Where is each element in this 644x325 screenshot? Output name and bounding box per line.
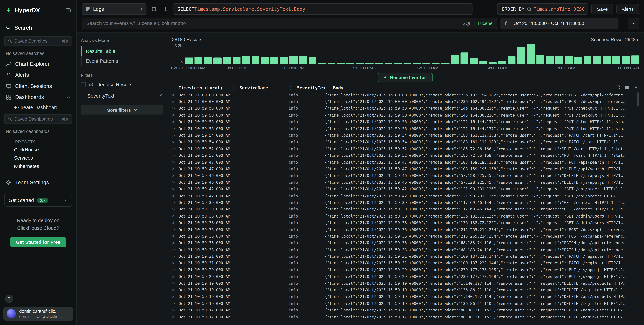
order-by-input[interactable]: ORDER BY TimestampTime DESC xyxy=(497,3,588,15)
sidebar-item-clickhouse[interactable]: ClickHouse xyxy=(0,146,76,154)
table-row[interactable]: >Oct 21 11:00:00.000 AMinfo{"time_local"… xyxy=(171,98,639,105)
row-expand-icon[interactable]: > xyxy=(171,120,178,124)
get-started-dropdown[interactable]: Get Started 3/3 xyxy=(4,194,72,207)
table-row[interactable]: >Oct 21 10:59:17.000 AMinfo{"time_local"… xyxy=(171,307,639,314)
pin-icon[interactable] xyxy=(158,94,163,98)
table-scrollbar[interactable] xyxy=(637,92,639,106)
table-row[interactable]: >Oct 21 10:59:36.000 AMinfo{"time_local"… xyxy=(171,233,639,240)
table-row[interactable]: >Oct 21 10:59:47.000 AMinfo{"time_local"… xyxy=(171,159,639,166)
row-expand-icon[interactable]: > xyxy=(171,207,178,211)
alerts-button[interactable]: Alerts xyxy=(616,4,639,14)
table-row[interactable]: >Oct 21 10:59:31.000 AMinfo{"time_local"… xyxy=(171,260,639,266)
sidebar-item-services[interactable]: Services xyxy=(0,154,76,162)
table-row[interactable]: >Oct 21 10:59:36.000 AMinfo{"time_local"… xyxy=(171,226,639,233)
table-row[interactable]: >Oct 21 10:59:58.000 AMinfo{"time_local"… xyxy=(171,105,639,112)
row-expand-icon[interactable]: > xyxy=(171,221,178,225)
expand-table-icon[interactable] xyxy=(615,85,620,90)
more-filters-button[interactable]: More filters xyxy=(81,105,163,114)
table-row[interactable]: >Oct 21 10:59:56.000 AMinfo{"time_local"… xyxy=(171,118,639,125)
column-header-body[interactable]: Body xyxy=(325,85,639,90)
user-menu[interactable]: dominic.tran@clic... dominic.tran@clickh… xyxy=(3,307,73,321)
row-expand-icon[interactable]: > xyxy=(171,140,178,144)
row-expand-icon[interactable]: > xyxy=(171,295,178,299)
table-row[interactable]: >Oct 21 10:59:19.000 AMinfo{"time_local"… xyxy=(171,287,639,293)
table-row[interactable]: >Oct 21 10:59:46.000 AMinfo{"time_local"… xyxy=(171,172,639,179)
row-expand-icon[interactable]: > xyxy=(171,315,178,319)
saved-dashboards-input[interactable]: Saved Dashboards ⌘K xyxy=(4,114,72,124)
sidebar-collapse-icon[interactable] xyxy=(65,7,71,13)
row-expand-icon[interactable]: > xyxy=(171,281,178,285)
table-row[interactable]: >Oct 21 10:59:31.000 AMinfo{"time_local"… xyxy=(171,253,639,260)
table-row[interactable]: >Oct 21 10:59:38.000 AMinfo{"time_local"… xyxy=(171,213,639,219)
row-expand-icon[interactable]: > xyxy=(171,308,178,312)
source-select[interactable]: Logs xyxy=(82,3,146,15)
row-expand-icon[interactable]: > xyxy=(171,113,178,117)
row-expand-icon[interactable]: > xyxy=(171,160,178,164)
row-expand-icon[interactable]: > xyxy=(171,174,178,178)
source-expand-icon[interactable] xyxy=(150,3,158,15)
table-row[interactable]: >Oct 21 10:59:39.000 AMinfo{"time_local"… xyxy=(171,206,639,213)
chevron-up-icon[interactable] xyxy=(66,95,70,99)
presets-toggle[interactable]: PRESETS xyxy=(0,136,76,146)
row-expand-icon[interactable]: > xyxy=(171,254,178,258)
column-header-timestamp[interactable]: Timestamp (Local) xyxy=(178,85,231,90)
row-expand-icon[interactable]: > xyxy=(171,288,178,292)
time-range-picker[interactable]: Oct 20 11:00:00 - Oct 21 11:00:00 xyxy=(500,17,618,29)
event-search-input[interactable]: Search your events w/ Lucene ex. column:… xyxy=(82,17,497,29)
table-row[interactable]: >Oct 21 10:59:42.000 AMinfo{"time_local"… xyxy=(171,186,639,192)
row-expand-icon[interactable]: > xyxy=(171,153,178,157)
denoise-checkbox[interactable] xyxy=(81,82,86,87)
help-button[interactable]: ? xyxy=(5,295,13,303)
language-lucene-option[interactable]: Lucene xyxy=(478,21,492,26)
table-row[interactable]: >Oct 21 10:59:33.000 AMinfo{"time_local"… xyxy=(171,240,639,246)
table-row[interactable]: >Oct 21 10:59:39.000 AMinfo{"time_local"… xyxy=(171,199,639,206)
mode-event-patterns[interactable]: Event Patterns xyxy=(81,56,163,66)
sidebar-item-client-sessions[interactable]: Client Sessions xyxy=(0,80,76,92)
row-expand-icon[interactable]: > xyxy=(171,93,178,97)
mode-results-table[interactable]: Results Table xyxy=(81,46,163,56)
table-row[interactable]: >Oct 21 10:59:46.000 AMinfo{"time_local"… xyxy=(171,179,639,186)
row-expand-icon[interactable]: > xyxy=(171,133,178,137)
row-expand-icon[interactable]: > xyxy=(171,234,178,238)
create-dashboard-button[interactable]: + Create Dashboard xyxy=(0,103,76,112)
row-expand-icon[interactable]: > xyxy=(171,147,178,151)
row-expand-icon[interactable]: > xyxy=(171,301,178,305)
row-expand-icon[interactable]: > xyxy=(171,167,178,171)
row-expand-icon[interactable]: > xyxy=(171,200,178,204)
table-row[interactable]: >Oct 21 10:59:29.000 AMinfo{"time_local"… xyxy=(171,273,639,280)
table-row[interactable]: >Oct 21 11:00:00.000 AMinfo{"time_local"… xyxy=(171,92,639,98)
table-row[interactable]: >Oct 21 10:59:19.000 AMinfo{"time_local"… xyxy=(171,280,639,287)
sidebar-item-chart-explorer[interactable]: Chart Explorer xyxy=(0,58,76,69)
row-expand-icon[interactable]: > xyxy=(171,241,178,245)
sidebar-item-team-settings[interactable]: Team Settings xyxy=(0,177,76,188)
table-row[interactable]: >Oct 21 10:59:29.000 AMinfo{"time_local"… xyxy=(171,266,639,273)
row-expand-icon[interactable]: > xyxy=(171,274,178,278)
run-query-button[interactable] xyxy=(628,17,639,29)
table-row[interactable]: >Oct 21 10:59:47.000 AMinfo{"time_local"… xyxy=(171,166,639,172)
sql-select-input[interactable]: SELECT Timestamp,ServiceName,SeverityTex… xyxy=(173,3,473,15)
row-expand-icon[interactable]: > xyxy=(171,261,178,265)
sidebar-item-kubernetes[interactable]: Kubernetes xyxy=(0,162,76,170)
saved-searches-input[interactable]: Saved Searches ⌘K xyxy=(4,36,72,46)
denoise-results-toggle[interactable]: Denoise Results xyxy=(81,82,163,87)
download-icon[interactable] xyxy=(633,85,638,90)
table-row[interactable]: >Oct 21 10:59:52.000 AMinfo{"time_local"… xyxy=(171,152,639,159)
row-expand-icon[interactable]: > xyxy=(171,187,178,191)
table-row[interactable]: >Oct 21 10:59:33.000 AMinfo{"time_local"… xyxy=(171,246,639,253)
sidebar-item-search[interactable]: Search xyxy=(0,20,76,34)
row-expand-icon[interactable]: > xyxy=(171,227,178,231)
chevron-up-icon[interactable] xyxy=(66,25,70,29)
row-expand-icon[interactable]: > xyxy=(171,248,178,252)
column-header-servicename[interactable]: ServiceName xyxy=(231,85,288,90)
table-row[interactable]: >Oct 21 10:59:52.000 AMinfo{"time_local"… xyxy=(171,145,639,152)
row-expand-icon[interactable]: > xyxy=(171,126,178,130)
language-sql-option[interactable]: SQL xyxy=(462,21,472,26)
row-expand-icon[interactable]: > xyxy=(171,194,178,198)
row-settings-icon[interactable] xyxy=(624,85,629,90)
table-row[interactable]: >Oct 21 10:59:19.000 AMinfo{"time_local"… xyxy=(171,300,639,307)
table-row[interactable]: >Oct 21 10:59:19.000 AMinfo{"time_local"… xyxy=(171,293,639,300)
get-started-free-button[interactable]: Get Started for Free xyxy=(10,237,66,247)
resume-live-tail-button[interactable]: Resume Live Tail xyxy=(378,73,432,82)
sidebar-item-dashboards[interactable]: Dashboards xyxy=(0,92,76,103)
row-expand-icon[interactable]: > xyxy=(171,214,178,218)
